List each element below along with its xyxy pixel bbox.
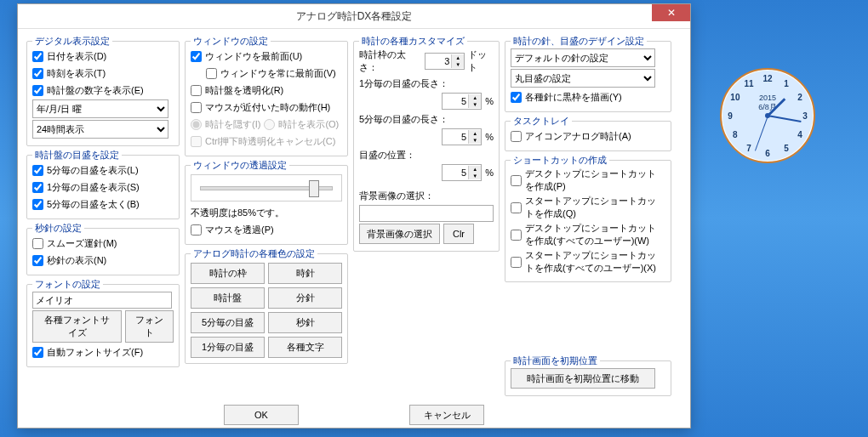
cancel-button[interactable]: キャンセル xyxy=(409,405,484,425)
clock-numeral: 4 xyxy=(797,130,802,139)
chk-show-numbers[interactable]: 時計盤の数字を表示(E) xyxy=(32,84,144,97)
chevron-down-icon: ▼ xyxy=(452,61,464,68)
group-opacity-title: ウィンドウの透過設定 xyxy=(191,159,289,172)
group-opacity: ウィンドウの透過設定 不透明度は85%です。 マウスを透過(P) xyxy=(185,165,348,245)
btn-color-face[interactable]: 時計盤 xyxy=(191,287,265,309)
settings-dialog: アナログ時計DX各種設定 ✕ デジタル表示設定 日付を表示(D) 時刻を表示(T… xyxy=(17,3,691,428)
chk-smooth[interactable]: スムーズ運針(M) xyxy=(32,237,117,250)
dialog-footer: OK キャンセル xyxy=(18,396,690,428)
chevron-up-icon: ▲ xyxy=(452,54,464,61)
slider-thumb[interactable] xyxy=(309,180,319,197)
clock-numeral: 8 xyxy=(733,130,738,139)
radio-show-clock: 時計を表示(O) xyxy=(264,118,339,131)
group-tray: タスクトレイ アイコンアナログ時計(A) xyxy=(505,121,671,151)
btn-select-bg[interactable]: 背景画像の選択 xyxy=(359,224,440,244)
group-font: フォントの設定 各種フォントサイズ フォント 自動フォントサイズ(F) xyxy=(26,284,180,367)
group-design: 時計の針、目盛のデザイン設定 デフォルトの針の設定 丸目盛の設定 各種針に黒枠を… xyxy=(505,41,671,112)
label-bg: 背景画像の選択： xyxy=(359,190,434,202)
chk-auto-font[interactable]: 自動フォントサイズ(F) xyxy=(32,346,143,359)
clock-numeral: 2 xyxy=(797,93,802,102)
label-len1: 1分毎の目盛の長さ： xyxy=(359,77,448,90)
btn-clear-bg[interactable]: Clr xyxy=(443,224,474,244)
select-hand-preset[interactable]: デフォルトの針の設定 xyxy=(511,48,655,67)
group-colors: アナログ時計の各種色の設定 時計の枠 時針 時計盤 分針 5分毎の目盛 秒針 1… xyxy=(185,253,348,364)
clock-date: 6/8月 xyxy=(722,102,814,113)
select-hour-format[interactable]: 24時間表示 xyxy=(32,120,168,139)
radio-hide-clock: 時計を隠す(I) xyxy=(191,118,260,131)
btn-color-minute[interactable]: 分針 xyxy=(268,287,342,309)
opacity-status: 不透明度は85%です。 xyxy=(191,207,284,219)
titlebar: アナログ時計DX各種設定 ✕ xyxy=(18,4,690,29)
chk-tick5[interactable]: 5分毎の目盛を表示(L) xyxy=(32,164,139,177)
btn-color-second[interactable]: 秒針 xyxy=(268,312,342,333)
group-tray-title: タスクトレイ xyxy=(511,115,572,128)
spin-len5[interactable]: ▲▼ xyxy=(442,128,482,145)
spin-pos[interactable]: ▲▼ xyxy=(442,164,482,181)
chk-sc-startup-all[interactable]: スタートアップにショートカットを作成(すべてのユーザー)(X) xyxy=(511,249,661,275)
group-colors-title: アナログ時計の各種色の設定 xyxy=(191,247,317,260)
label-len5: 5分毎の目盛の長さ： xyxy=(359,113,448,126)
group-digital-title: デジタル表示設定 xyxy=(32,35,112,48)
group-reset-title: 時計画面を初期位置 xyxy=(511,355,600,367)
label-frame-width: 時計枠の太さ： xyxy=(359,48,418,74)
group-second-hand: 秒針の設定 スムーズ運針(M) 秒針の表示(N) xyxy=(26,228,180,275)
group-font-title: フォントの設定 xyxy=(32,278,103,291)
group-design-title: 時計の針、目盛のデザイン設定 xyxy=(511,35,647,48)
group-shortcuts-title: ショートカットの作成 xyxy=(511,154,609,167)
font-name-input[interactable] xyxy=(32,292,172,309)
clock-pin xyxy=(765,113,770,118)
group-window: ウィンドウの設定 ウィンドウを最前面(U) ウィンドウを常に最前面(V) 時計盤… xyxy=(185,41,348,156)
group-ticks: 時計盤の目盛を設定 5分毎の目盛を表示(L) 1分毎の目盛を表示(S) 5分毎の… xyxy=(26,155,180,219)
clock-numeral: 1 xyxy=(784,78,789,88)
clock-numeral: 12 xyxy=(762,74,772,83)
chk-black-outline[interactable]: 各種針に黒枠を描画(Y) xyxy=(511,91,622,104)
window-title: アナログ時計DX各種設定 xyxy=(18,9,690,24)
btn-color-frame[interactable]: 時計の枠 xyxy=(191,263,265,284)
group-digital: デジタル表示設定 日付を表示(D) 時刻を表示(T) 時計盤の数字を表示(E) … xyxy=(26,41,180,146)
clock-numeral: 11 xyxy=(744,78,753,88)
chk-show-second[interactable]: 秒針の表示(N) xyxy=(32,254,106,267)
btn-color-tick5[interactable]: 5分毎の目盛 xyxy=(191,312,265,333)
spin-frame-width[interactable]: ▲▼ xyxy=(425,53,465,70)
group-shortcuts: ショートカットの作成 デスクトップにショートカットを作成(P) スタートアップに… xyxy=(505,160,671,282)
chk-topmost[interactable]: ウィンドウを最前面(U) xyxy=(191,50,302,63)
chk-tray-icon[interactable]: アイコンアナログ時計(A) xyxy=(511,130,631,143)
clock-numeral: 6 xyxy=(765,149,770,158)
bg-path-input[interactable] xyxy=(359,205,494,222)
btn-color-hour[interactable]: 時針 xyxy=(268,263,342,284)
chk-ctrl-cancel: Ctrl押下時透明化キャンセル(C) xyxy=(191,135,335,148)
clock-numeral: 3 xyxy=(802,111,808,121)
clock-minute-hand xyxy=(768,115,802,122)
clock-numeral: 5 xyxy=(784,144,789,153)
chk-always-topmost[interactable]: ウィンドウを常に最前面(V) xyxy=(206,67,336,80)
ok-button[interactable]: OK xyxy=(224,405,299,425)
btn-color-tick1[interactable]: 1分毎の目盛 xyxy=(191,337,265,358)
btn-font-sizes[interactable]: 各種フォントサイズ xyxy=(32,310,122,343)
group-second-hand-title: 秒針の設定 xyxy=(32,222,84,235)
clock-widget[interactable]: 2015 6/8月 121234567891011 xyxy=(720,68,815,163)
chk-tick1[interactable]: 1分毎の目盛を表示(S) xyxy=(32,181,140,194)
btn-reset-pos[interactable]: 時計画面を初期位置に移動 xyxy=(511,368,655,389)
chk-mouse-trans[interactable]: マウスを透過(P) xyxy=(191,224,274,236)
close-icon: ✕ xyxy=(667,7,676,19)
opacity-slider[interactable] xyxy=(191,174,342,201)
group-custom-title: 時計の各種カスタマイズ xyxy=(359,35,467,48)
chk-transparent-face[interactable]: 時計盤を透明化(R) xyxy=(191,84,283,97)
chk-show-date[interactable]: 日付を表示(D) xyxy=(32,50,106,63)
select-date-format[interactable]: 年/月/日 曜 xyxy=(32,99,168,118)
close-button[interactable]: ✕ xyxy=(652,4,690,21)
spin-len1[interactable]: ▲▼ xyxy=(442,93,482,110)
clock-numeral: 9 xyxy=(728,111,733,121)
select-tick-preset[interactable]: 丸目盛の設定 xyxy=(511,69,655,88)
group-ticks-title: 時計盤の目盛を設定 xyxy=(32,149,122,162)
chk-tick5-bold[interactable]: 5分毎の目盛を太く(B) xyxy=(32,198,140,211)
chk-sc-desktop[interactable]: デスクトップにショートカットを作成(P) xyxy=(511,167,661,193)
btn-color-texts[interactable]: 各種文字 xyxy=(268,337,342,358)
chk-mouse-near[interactable]: マウスが近付いた時の動作(H) xyxy=(191,101,330,114)
chk-sc-startup[interactable]: スタートアップにショートカットを作成(Q) xyxy=(511,195,661,220)
chk-show-time[interactable]: 時刻を表示(T) xyxy=(32,67,106,80)
chk-sc-desktop-all[interactable]: デスクトップにショートカットを作成(すべてのユーザー)(W) xyxy=(511,222,661,247)
btn-font[interactable]: フォント xyxy=(125,310,174,343)
clock-numeral: 7 xyxy=(746,144,751,153)
label-pos: 目盛の位置： xyxy=(359,149,415,162)
